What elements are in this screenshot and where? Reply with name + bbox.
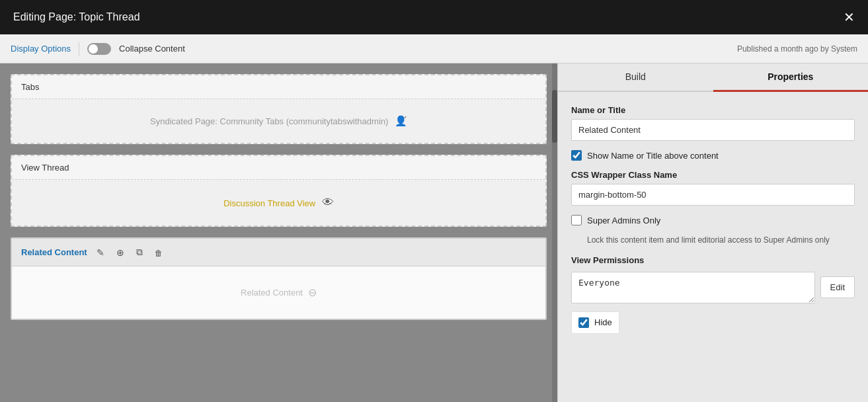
hide-checkbox[interactable] [578, 317, 589, 328]
published-info: Published a month ago by System [737, 44, 857, 54]
copy-icon-button[interactable] [134, 245, 145, 259]
toolbar-divider [79, 42, 79, 56]
tab-build[interactable]: Build [558, 63, 713, 92]
show-name-checkbox[interactable] [571, 150, 582, 161]
tabs-block: Tabs Syndicated Page: Community Tabs (co… [11, 74, 547, 144]
display-options-button[interactable]: Display Options [11, 44, 71, 54]
name-title-label: Name or Title [571, 105, 855, 115]
super-admins-label: Super Admins Only [587, 216, 660, 225]
right-tabs: Build Properties [558, 63, 868, 92]
view-permissions-label: View Permissions [571, 255, 855, 265]
discussion-thread-link[interactable]: Discussion Thread View [223, 198, 315, 208]
hide-row: Hide [571, 311, 619, 334]
toolbar: Display Options Collapse Content Publish… [0, 34, 868, 63]
right-panel: Build Properties Name or Title Show Name… [557, 63, 868, 402]
add-icon-button[interactable] [114, 246, 127, 259]
permissions-row: Everyone Edit [571, 272, 855, 303]
view-thread-header: View Thread [12, 156, 545, 180]
related-content-title: Related Content [21, 247, 87, 257]
person-icon: 👤́ [395, 115, 407, 126]
modal-title: Editing Page: Topic Thread [13, 11, 140, 23]
left-panel: Tabs Syndicated Page: Community Tabs (co… [0, 63, 557, 402]
delete-icon-button[interactable] [152, 246, 165, 259]
name-title-input[interactable] [571, 119, 855, 141]
tabs-body-text: Syndicated Page: Community Tabs (communi… [150, 116, 407, 126]
copy-icon [136, 247, 143, 258]
show-name-label: Show Name or Title above content [587, 151, 719, 161]
add-icon [116, 247, 124, 258]
close-button[interactable]: ✕ [844, 11, 855, 24]
collapse-content-label: Collapse Content [119, 44, 185, 54]
properties-panel: Name or Title Show Name or Title above c… [558, 92, 868, 402]
modal-container: Editing Page: Topic Thread ✕ Display Opt… [0, 0, 868, 402]
css-wrapper-label: CSS Wrapper Class Name [571, 170, 855, 180]
delete-icon [155, 247, 163, 258]
css-wrapper-input[interactable] [571, 184, 855, 206]
view-thread-block: View Thread Discussion Thread View 👁 [11, 155, 547, 227]
search-icon [308, 286, 317, 299]
tabs-block-header: Tabs [12, 75, 545, 99]
collapse-content-toggle[interactable] [87, 43, 111, 55]
related-content-body: Related Content [12, 266, 545, 319]
related-content-placeholder: Related Content [241, 288, 303, 298]
super-admins-checkbox[interactable] [571, 215, 582, 225]
super-admins-row: Super Admins Only [571, 215, 855, 225]
related-content-block: Related Content Related Content [11, 237, 547, 320]
modal-header: Editing Page: Topic Thread ✕ [0, 0, 868, 34]
super-admins-section: Super Admins Only Lock this content item… [571, 215, 855, 246]
edit-icon-button[interactable] [94, 246, 107, 259]
tabs-block-body: Syndicated Page: Community Tabs (communi… [12, 99, 545, 143]
scrollbar-track[interactable] [552, 63, 557, 402]
hide-label: Hide [594, 317, 612, 327]
binoculars-icon: 👁 [322, 196, 334, 209]
edit-icon [97, 247, 104, 258]
super-admins-desc: Lock this content item and limit editori… [587, 235, 855, 246]
scrollbar-thumb [552, 90, 557, 143]
show-name-row: Show Name or Title above content [571, 150, 855, 161]
view-thread-body: Discussion Thread View 👁 [12, 180, 545, 225]
tab-properties[interactable]: Properties [713, 63, 869, 92]
permissions-edit-button[interactable]: Edit [820, 276, 855, 298]
related-content-header: Related Content [12, 239, 545, 266]
modal-body: Tabs Syndicated Page: Community Tabs (co… [0, 63, 868, 402]
toggle-knob [89, 44, 98, 54]
permissions-select[interactable]: Everyone [571, 272, 815, 303]
